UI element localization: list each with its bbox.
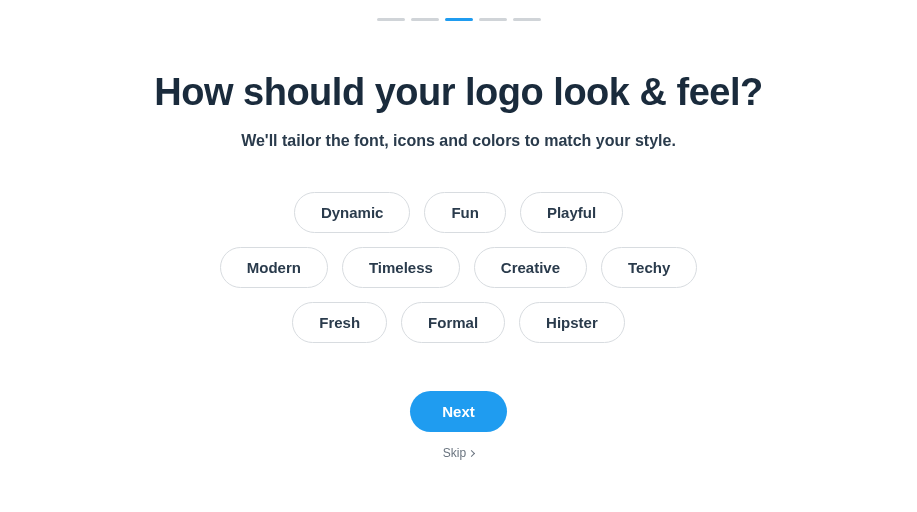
options-row-2: Modern Timeless Creative Techy bbox=[220, 247, 698, 288]
option-playful[interactable]: Playful bbox=[520, 192, 623, 233]
option-techy[interactable]: Techy bbox=[601, 247, 697, 288]
chevron-right-icon bbox=[468, 449, 475, 456]
style-options: Dynamic Fun Playful Modern Timeless Crea… bbox=[220, 192, 698, 343]
options-row-1: Dynamic Fun Playful bbox=[294, 192, 623, 233]
option-timeless[interactable]: Timeless bbox=[342, 247, 460, 288]
skip-link[interactable]: Skip bbox=[443, 446, 474, 460]
progress-segment-3 bbox=[445, 18, 473, 21]
option-creative[interactable]: Creative bbox=[474, 247, 587, 288]
page-title: How should your logo look & feel? bbox=[154, 71, 762, 114]
next-button[interactable]: Next bbox=[410, 391, 507, 432]
page-subtitle: We'll tailor the font, icons and colors … bbox=[241, 132, 676, 150]
option-dynamic[interactable]: Dynamic bbox=[294, 192, 411, 233]
option-fresh[interactable]: Fresh bbox=[292, 302, 387, 343]
option-fun[interactable]: Fun bbox=[424, 192, 506, 233]
option-modern[interactable]: Modern bbox=[220, 247, 328, 288]
options-row-3: Fresh Formal Hipster bbox=[292, 302, 625, 343]
progress-segment-2 bbox=[411, 18, 439, 21]
progress-bar bbox=[377, 18, 541, 21]
option-hipster[interactable]: Hipster bbox=[519, 302, 625, 343]
option-formal[interactable]: Formal bbox=[401, 302, 505, 343]
skip-label: Skip bbox=[443, 446, 466, 460]
progress-segment-1 bbox=[377, 18, 405, 21]
progress-segment-4 bbox=[479, 18, 507, 21]
progress-segment-5 bbox=[513, 18, 541, 21]
